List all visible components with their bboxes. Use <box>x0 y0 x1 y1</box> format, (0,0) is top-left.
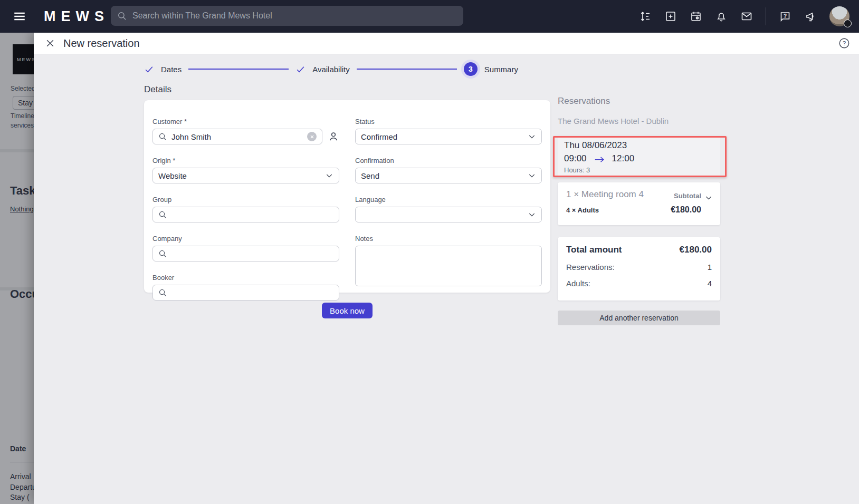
search-input[interactable] <box>132 11 457 21</box>
step-availability[interactable]: Availability <box>295 64 350 74</box>
subtotal-label: Subtotal <box>674 192 701 200</box>
booker-input-wrap <box>152 285 339 301</box>
total-card: Total amount €180.00 Reservations: 1 Adu… <box>558 237 720 301</box>
total-amount-value: €180.00 <box>680 245 712 255</box>
status-select[interactable]: Confirmed <box>355 129 542 144</box>
origin-field: Origin * Website <box>152 157 339 183</box>
global-search[interactable] <box>111 6 463 26</box>
confirmation-value: Send <box>361 171 379 180</box>
group-label: Group <box>152 196 339 203</box>
chevron-down-icon <box>528 210 536 219</box>
search-icon <box>158 132 167 141</box>
notes-field: Notes <box>355 235 542 301</box>
language-select[interactable] <box>355 207 542 222</box>
step-connector <box>188 69 289 70</box>
brand-logo: MEWS <box>44 8 109 25</box>
booker-input[interactable] <box>171 288 333 297</box>
step-dates[interactable]: Dates <box>144 64 182 74</box>
arrow-right-icon <box>594 155 605 162</box>
adults-count-label: Adults: <box>566 279 590 288</box>
step-summary[interactable]: 3 Summary <box>464 62 518 76</box>
status-label: Status <box>355 118 542 125</box>
search-icon <box>158 249 167 258</box>
notes-input[interactable] <box>355 246 542 286</box>
add-square-icon[interactable] <box>664 10 677 23</box>
company-field: Company <box>152 235 339 261</box>
language-field: Language <box>355 196 542 222</box>
reservation-end-time: 12:00 <box>612 153 635 164</box>
svg-text:?: ? <box>784 13 787 19</box>
reservation-hours: Hours: 3 <box>564 166 714 174</box>
reservation-occupancy: 4 × Adults <box>566 206 599 214</box>
search-icon <box>158 210 167 219</box>
chevron-down-icon <box>528 171 536 180</box>
step-availability-label: Availability <box>312 65 350 74</box>
group-input-wrap <box>152 207 339 222</box>
step-number-badge: 3 <box>464 62 478 76</box>
step-summary-label: Summary <box>484 65 518 74</box>
total-amount-label: Total amount <box>566 245 622 255</box>
clear-customer-icon[interactable] <box>307 132 317 141</box>
origin-label: Origin * <box>152 157 339 164</box>
reservation-subtotal-value: €180.00 <box>671 205 701 215</box>
details-heading: Details <box>144 84 171 95</box>
adults-count-value: 4 <box>708 279 712 288</box>
new-reservation-modal: New reservation ? Dates Availability 3 S… <box>34 33 859 504</box>
details-card: Customer * <box>144 100 550 293</box>
booker-label: Booker <box>152 274 339 282</box>
megaphone-icon[interactable] <box>804 10 817 23</box>
topbar-divider <box>766 7 766 25</box>
book-now-button[interactable]: Book now <box>322 303 373 318</box>
status-field: Status Confirmed <box>355 118 542 144</box>
booker-field: Booker <box>152 274 339 301</box>
search-icon <box>158 288 167 297</box>
customer-input[interactable] <box>171 132 303 141</box>
add-another-reservation-button[interactable]: Add another reservation <box>558 311 720 325</box>
reservation-item-card: 1 × Meeting room 4 Subtotal 4 × Adults €… <box>558 182 720 225</box>
step-dates-label: Dates <box>161 65 182 74</box>
notes-label: Notes <box>355 235 542 243</box>
hamburger-menu-icon[interactable] <box>13 9 26 23</box>
reservation-start-time: 09:00 <box>564 153 587 164</box>
reservation-item-title: 1 × Meeting room 4 <box>566 189 644 200</box>
sort-list-icon[interactable] <box>639 10 652 23</box>
chevron-down-icon <box>325 171 333 180</box>
close-icon[interactable] <box>45 38 55 49</box>
bell-icon[interactable] <box>715 10 728 23</box>
stepper: Dates Availability 3 Summary <box>144 62 518 76</box>
modal-header: New reservation ? <box>34 33 859 54</box>
customer-profile-icon[interactable] <box>328 131 339 142</box>
page-title: New reservation <box>63 37 140 50</box>
mail-icon[interactable] <box>740 10 753 23</box>
help-icon[interactable]: ? <box>838 37 850 49</box>
group-field: Group <box>152 196 339 222</box>
group-input[interactable] <box>171 210 333 219</box>
status-value: Confirmed <box>361 132 397 141</box>
origin-select[interactable]: Website <box>152 168 339 183</box>
customer-field: Customer * <box>152 118 339 144</box>
company-label: Company <box>152 235 339 243</box>
company-input[interactable] <box>171 249 333 258</box>
avatar[interactable] <box>829 6 850 26</box>
reservations-count-label: Reservations: <box>566 263 615 272</box>
confirmation-field: Confirmation Send <box>355 157 542 183</box>
reservation-date-block[interactable]: Thu 08/06/2023 09:00 12:00 Hours: 3 <box>558 138 720 176</box>
confirmation-select[interactable]: Send <box>355 168 542 183</box>
customer-label: Customer * <box>152 118 339 125</box>
svg-text:?: ? <box>843 40 846 46</box>
reservation-date: Thu 08/06/2023 <box>564 140 714 151</box>
company-input-wrap <box>152 246 339 261</box>
reservations-count-value: 1 <box>708 263 712 272</box>
calendar-view-icon[interactable] <box>690 10 702 23</box>
reservations-hotel: The Grand Mews Hotel - Dublin <box>558 117 669 125</box>
check-icon <box>144 64 154 74</box>
help-chat-icon[interactable]: ? <box>779 10 791 23</box>
language-label: Language <box>355 196 542 203</box>
search-icon <box>117 11 127 21</box>
confirmation-label: Confirmation <box>355 157 542 164</box>
avatar-badge <box>844 20 852 27</box>
expand-chevron-icon[interactable] <box>704 193 713 202</box>
chevron-down-icon <box>528 132 536 141</box>
check-icon <box>295 64 306 74</box>
customer-input-wrap <box>152 129 322 144</box>
